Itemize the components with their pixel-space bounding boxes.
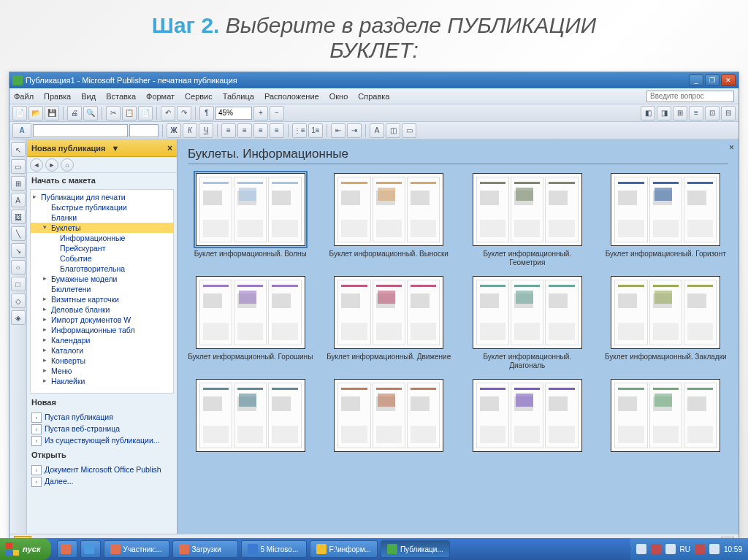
tree-item[interactable]: Буклеты xyxy=(31,223,173,233)
template-thumb[interactable] xyxy=(611,173,720,246)
tray-icon[interactable] xyxy=(695,544,705,554)
italic-button[interactable]: К xyxy=(183,123,197,138)
menu-window[interactable]: Окно xyxy=(329,92,348,101)
zoom-out-button[interactable]: − xyxy=(270,106,284,120)
tree-item[interactable]: Бланки xyxy=(31,212,173,223)
bookmark-tool[interactable]: ◈ xyxy=(11,310,26,325)
close-button[interactable]: ✕ xyxy=(721,74,736,86)
open-button[interactable]: 📂 xyxy=(28,106,43,120)
shapes-tool[interactable]: ◇ xyxy=(11,294,26,308)
zoom-in-button[interactable]: + xyxy=(253,106,268,120)
template-thumb[interactable] xyxy=(196,173,305,246)
link-item[interactable]: ▫Далее... xyxy=(31,475,172,487)
paste-button[interactable]: 📄 xyxy=(138,106,153,120)
taskbar-task[interactable]: Публикаци... xyxy=(381,540,450,558)
picture-tool[interactable]: 🖼 xyxy=(11,210,26,224)
wordart-tool[interactable]: A xyxy=(11,193,26,207)
bold-button[interactable]: Ж xyxy=(167,123,181,138)
paragraph-button[interactable]: ¶ xyxy=(199,106,214,120)
taskbar-task[interactable]: 5 Microso... xyxy=(241,540,307,558)
tree-item[interactable]: Календари xyxy=(31,335,173,345)
preview-button[interactable]: 🔍 xyxy=(83,106,98,120)
underline-button[interactable]: Ч xyxy=(199,123,213,138)
align-left-button[interactable]: ≡ xyxy=(221,123,236,138)
menu-file[interactable]: Файл xyxy=(14,92,34,101)
font-combo[interactable] xyxy=(33,124,128,137)
tree-item[interactable]: Импорт документов W xyxy=(31,315,173,325)
template-thumb[interactable] xyxy=(334,173,443,246)
task-pane-close[interactable]: × xyxy=(167,143,172,153)
link-item[interactable]: ▫Из существующей публикации... xyxy=(31,434,172,446)
menu-format[interactable]: Формат xyxy=(146,92,175,101)
tool-a[interactable]: ◧ xyxy=(641,106,655,120)
link-item[interactable]: ▫Пустая веб-страница xyxy=(31,423,172,434)
cut-button[interactable]: ✂ xyxy=(106,106,121,120)
quicklaunch-2[interactable] xyxy=(80,540,101,558)
tree-item[interactable]: Каталоги xyxy=(31,345,173,356)
textbox-tool[interactable]: ▭ xyxy=(11,159,26,174)
tree-item[interactable]: Информационные xyxy=(31,233,173,243)
undo-button[interactable]: ↶ xyxy=(161,106,175,120)
tree-item[interactable]: Наклейки xyxy=(31,376,173,386)
tree-item[interactable]: Публикации для печати xyxy=(31,192,173,202)
template-thumb[interactable] xyxy=(473,379,582,452)
minimize-button[interactable]: _ xyxy=(689,74,703,86)
menu-view[interactable]: Вид xyxy=(81,92,96,101)
menu-edit[interactable]: Правка xyxy=(44,92,71,101)
save-button[interactable]: 💾 xyxy=(45,106,59,120)
taskbar-task[interactable]: Участник:... xyxy=(104,540,169,558)
bullets-button[interactable]: ⋮≡ xyxy=(292,123,307,138)
template-thumb[interactable] xyxy=(473,173,582,246)
tool-e[interactable]: ⊡ xyxy=(705,106,720,120)
font-color-button[interactable]: A xyxy=(370,123,384,138)
nav-fwd-button[interactable]: ► xyxy=(45,158,58,172)
tool-f[interactable]: ⊟ xyxy=(721,106,736,120)
template-thumb[interactable] xyxy=(473,276,582,349)
template-thumb[interactable] xyxy=(196,276,305,349)
new-button[interactable]: 📄 xyxy=(12,106,27,120)
arrow-tool[interactable]: ↘ xyxy=(11,243,26,258)
quicklaunch-1[interactable] xyxy=(57,540,77,558)
menu-tools[interactable]: Сервис xyxy=(185,92,213,101)
volume-icon[interactable] xyxy=(709,544,720,554)
menu-arrange[interactable]: Расположение xyxy=(264,92,319,101)
line-tool[interactable]: ╲ xyxy=(11,226,26,241)
copy-button[interactable]: 📋 xyxy=(122,106,137,120)
menu-insert[interactable]: Вставка xyxy=(106,92,136,101)
tree-item[interactable]: Бюллетени xyxy=(31,284,173,294)
style-a-button[interactable]: A xyxy=(12,123,31,138)
zoom-combo[interactable]: 45% xyxy=(215,107,252,120)
link-item[interactable]: ▫Документ Microsoft Office Publish xyxy=(31,464,172,475)
tree-item[interactable]: Меню xyxy=(31,366,173,376)
tree-item[interactable]: Бумажные модели xyxy=(31,274,173,284)
align-center-button[interactable]: ≡ xyxy=(237,123,252,138)
menu-help[interactable]: Справка xyxy=(358,92,389,101)
redo-button[interactable]: ↷ xyxy=(177,106,191,120)
align-right-button[interactable]: ≡ xyxy=(253,123,268,138)
menu-table[interactable]: Таблица xyxy=(223,92,254,101)
start-button[interactable]: пуск xyxy=(0,538,51,560)
nav-back-button[interactable]: ◄ xyxy=(30,158,43,172)
indent-more-button[interactable]: ⇥ xyxy=(347,123,362,138)
tool-d[interactable]: ≡ xyxy=(689,106,703,120)
tree-item[interactable]: Прейскурант xyxy=(31,243,173,253)
template-thumb[interactable] xyxy=(611,276,720,349)
maximize-button[interactable]: ❐ xyxy=(705,74,720,86)
help-search-input[interactable] xyxy=(646,91,734,102)
tree-item[interactable]: Быстрые публикации xyxy=(31,202,173,212)
tree-item[interactable]: Событие xyxy=(31,253,173,264)
indent-less-button[interactable]: ⇤ xyxy=(331,123,346,138)
numbering-button[interactable]: 1≡ xyxy=(308,123,323,138)
tool-c[interactable]: ⊞ xyxy=(673,106,687,120)
taskbar-task[interactable]: Загрузки xyxy=(172,540,238,558)
justify-button[interactable]: ≡ xyxy=(270,123,284,138)
rect-tool[interactable]: □ xyxy=(11,277,26,291)
template-thumb[interactable] xyxy=(334,276,443,349)
print-button[interactable]: 🖨 xyxy=(67,106,82,120)
tray-icon[interactable] xyxy=(665,544,676,554)
gallery-close-button[interactable]: × xyxy=(729,142,734,153)
tray-icon[interactable] xyxy=(636,544,646,554)
nav-home-button[interactable]: ⌂ xyxy=(61,158,74,172)
tree-item[interactable]: Конверты xyxy=(31,356,173,366)
pointer-tool[interactable]: ↖ xyxy=(11,142,26,157)
